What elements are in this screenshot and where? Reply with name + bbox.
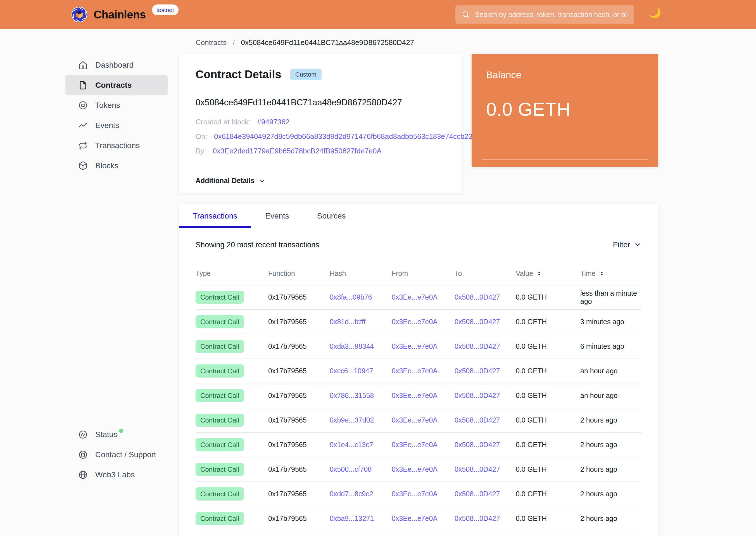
transaction-row: Contract Call0x17b795650x81d...fcfff0x3E… (196, 310, 641, 334)
to-address-link[interactable]: 0x508...0D427 (454, 490, 500, 498)
sidebar-item-status[interactable]: Status (65, 424, 185, 445)
environment-badge: testnet (152, 5, 179, 16)
column-label: Time (580, 269, 596, 278)
creator-address-link[interactable]: 0x3Ee2ded1779aE9b65d78bcB24fB950827fde7e… (213, 147, 382, 155)
type-badge: Contract Call (196, 438, 244, 452)
additional-details-toggle[interactable]: Additional Details (196, 177, 445, 185)
time-cell: 2 hours ago (580, 416, 617, 424)
to-address-link[interactable]: 0x508...0D427 (454, 465, 500, 473)
hash-link[interactable]: 0xba9...13271 (330, 515, 374, 522)
created-by-row: By: 0x3Ee2ded1779aE9b65d78bcB24fB950827f… (196, 147, 445, 155)
from-address-link[interactable]: 0x3Ee...e7e0A (392, 367, 438, 375)
created-at-block-row: Created at block: #9497362 (196, 117, 445, 126)
to-address-link[interactable]: 0x508...0D427 (454, 441, 500, 449)
breadcrumb-separator: / (233, 38, 235, 47)
type-badge: Contract Call (196, 512, 244, 525)
balance-value: 0.0 GETH (486, 98, 644, 120)
function-cell: 0x17b79565 (268, 293, 307, 301)
sidebar-item-tokens[interactable]: Tokens (65, 95, 168, 116)
tab-events[interactable]: Events (251, 204, 303, 228)
activity-icon (78, 121, 88, 130)
column-header-value[interactable]: Value (516, 269, 580, 278)
sidebar-item-events[interactable]: Events (65, 116, 168, 136)
contract-activity-card: TransactionsEventsSources Showing 20 mos… (179, 204, 658, 536)
cube-icon (78, 161, 88, 170)
type-badge: Contract Call (196, 315, 244, 329)
from-address-link[interactable]: 0x3Ee...e7e0A (392, 441, 438, 449)
time-cell: 3 minutes ago (580, 318, 624, 325)
sidebar-item-blocks[interactable]: Blocks (65, 156, 168, 176)
contract-address: 0x5084ce649Fd11e0441BC71aa48e9D8672580D4… (196, 98, 445, 108)
transaction-row: Contract Call0x17b795650x500...cf7080x3E… (196, 457, 641, 482)
sidebar-item-contracts[interactable]: Contracts (65, 75, 168, 95)
hash-link[interactable]: 0x8fa...09b76 (330, 293, 372, 301)
function-cell: 0x17b79565 (268, 490, 307, 498)
function-cell: 0x17b79565 (268, 465, 307, 473)
time-cell: an hour ago (580, 367, 617, 375)
sidebar-item-transactions[interactable]: Transactions (65, 136, 168, 156)
hash-link[interactable]: 0x786...31558 (330, 391, 374, 399)
hash-link[interactable]: 0xdd7...8c9c2 (330, 490, 373, 498)
tab-sources[interactable]: Sources (303, 204, 360, 228)
hash-link[interactable]: 0x500...cf708 (330, 465, 372, 473)
column-header-time[interactable]: Time (580, 269, 641, 278)
to-address-link[interactable]: 0x508...0D427 (454, 416, 500, 424)
home-icon (78, 60, 88, 70)
creation-tx-hash-link[interactable]: 0x6184e39404927d8c59db66a833d9d2d971476f… (214, 132, 477, 141)
sidebar-item-label: Blocks (95, 161, 118, 170)
sidebar-item-label: Tokens (95, 101, 120, 110)
from-address-link[interactable]: 0x3Ee...e7e0A (392, 490, 438, 498)
column-header-function: Function (268, 269, 330, 278)
transaction-row: Contract Call0x17b795650xcc6...109470x3E… (196, 359, 641, 384)
hash-link[interactable]: 0xda3...98344 (330, 342, 374, 350)
hash-link[interactable]: 0xb9e...37d02 (330, 416, 374, 424)
hash-link[interactable]: 0xcc6...10947 (330, 367, 373, 375)
type-badge: Contract Call (196, 463, 244, 476)
function-cell: 0x17b79565 (268, 367, 307, 375)
from-address-link[interactable]: 0x3Ee...e7e0A (392, 416, 438, 424)
hash-link[interactable]: 0x1e4...c13c7 (330, 441, 373, 449)
transaction-row: Contract Call0x17b795650xba9...132710x3E… (196, 506, 641, 531)
by-label: By: (196, 147, 206, 155)
created-block-link[interactable]: #9497362 (257, 117, 290, 126)
tab-transactions[interactable]: Transactions (179, 204, 251, 228)
table-body: Contract Call0x17b795650x8fa...09b760x3E… (196, 285, 641, 536)
to-address-link[interactable]: 0x508...0D427 (454, 318, 500, 325)
sidebar-item-contact-support[interactable]: Contact / Support (65, 445, 185, 465)
to-address-link[interactable]: 0x508...0D427 (454, 515, 500, 522)
type-badge: Contract Call (196, 364, 244, 378)
breadcrumb-contracts-link[interactable]: Contracts (196, 38, 227, 47)
from-address-link[interactable]: 0x3Ee...e7e0A (392, 465, 438, 473)
to-address-link[interactable]: 0x508...0D427 (454, 293, 500, 301)
from-address-link[interactable]: 0x3Ee...e7e0A (392, 342, 438, 350)
function-cell: 0x17b79565 (268, 318, 307, 325)
search-bar[interactable] (455, 5, 634, 24)
to-address-link[interactable]: 0x508...0D427 (454, 342, 500, 350)
transaction-row: Contract Call (196, 531, 641, 536)
dark-mode-toggle[interactable]: 🌙 (649, 8, 661, 18)
transaction-row: Contract Call0x17b795650x8fa...09b760x3E… (196, 285, 641, 310)
filter-button[interactable]: Filter (613, 240, 641, 249)
from-address-link[interactable]: 0x3Ee...e7e0A (392, 515, 438, 522)
to-address-link[interactable]: 0x508...0D427 (454, 367, 500, 375)
from-address-link[interactable]: 0x3Ee...e7e0A (392, 318, 438, 325)
column-label: Type (196, 269, 211, 278)
document-icon (78, 81, 88, 90)
value-cell: 0.0 GETH (516, 391, 547, 399)
sidebar-item-web3-labs[interactable]: Web3 Labs (65, 465, 185, 485)
from-address-link[interactable]: 0x3Ee...e7e0A (392, 293, 438, 301)
column-header-type: Type (196, 269, 268, 278)
type-badge: Contract Call (196, 389, 244, 402)
hash-link[interactable]: 0x81d...fcfff (330, 318, 365, 325)
to-address-link[interactable]: 0x508...0D427 (454, 391, 500, 399)
tab-bar: TransactionsEventsSources (179, 204, 658, 228)
created-on-row: On: 0x6184e39404927d8c59db66a833d9d2d971… (196, 132, 445, 141)
sidebar-item-dashboard[interactable]: Dashboard (65, 55, 168, 75)
moon-icon: 🌙 (649, 7, 661, 18)
from-address-link[interactable]: 0x3Ee...e7e0A (392, 391, 438, 399)
status-online-dot (119, 429, 123, 433)
column-label: Value (516, 269, 533, 278)
search-input[interactable] (475, 10, 628, 19)
type-badge: Contract Call (196, 291, 244, 304)
type-badge: Contract Call (196, 487, 244, 501)
